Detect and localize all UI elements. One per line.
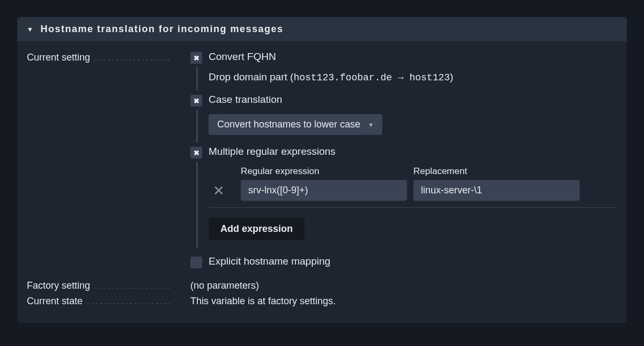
footer-rows: Factory setting .................. (no p… <box>27 280 617 307</box>
panel-header[interactable]: ▼ Hostname translation for incoming mess… <box>17 17 627 41</box>
case-checkbox[interactable]: ✖ <box>190 95 202 107</box>
explicit-mapping-checkbox[interactable] <box>190 257 202 268</box>
fqhn-label: Convert FQHN <box>209 51 276 63</box>
replacement-input[interactable] <box>413 180 580 201</box>
current-setting-label: Current setting .................. <box>27 51 190 63</box>
regex-option: ✖ Multiple regular expressions <box>190 146 617 159</box>
current-state-row: Current state .................... This … <box>27 296 617 307</box>
factory-setting-value: (no parameters) <box>190 280 617 291</box>
collapse-icon: ▼ <box>27 26 34 33</box>
case-option: ✖ Case translation <box>190 94 617 107</box>
regex-label: Multiple regular expressions <box>209 146 336 157</box>
fqhn-option: ✖ Convert FQHN <box>190 51 617 64</box>
case-details: Convert hostnames to lower case ▼ <box>196 110 617 142</box>
panel-body: Current setting .................. ✖ Con… <box>17 41 627 323</box>
replacement-field: Replacement <box>413 166 580 201</box>
delete-expression-icon[interactable]: ✕ <box>209 184 234 201</box>
factory-setting-row: Factory setting .................. (no p… <box>27 280 617 291</box>
current-setting-row: Current setting .................. ✖ Con… <box>27 51 617 272</box>
panel-title: Hostname translation for incoming messag… <box>40 24 283 35</box>
regex-details: ✕ Regular expression Replacement Add exp… <box>196 162 617 248</box>
replacement-field-label: Replacement <box>413 166 580 177</box>
current-state-label: Current state .................... <box>27 296 190 307</box>
fqhn-details: Drop domain part (host123.foobar.de → ho… <box>196 67 617 91</box>
current-setting-value: ✖ Convert FQHN Drop domain part (host123… <box>190 51 617 272</box>
chevron-down-icon: ▼ <box>368 122 374 128</box>
case-dropdown[interactable]: Convert hostnames to lower case ▼ <box>209 114 382 135</box>
fqhn-checkbox[interactable]: ✖ <box>190 52 202 64</box>
regex-input[interactable] <box>241 180 407 201</box>
regex-field-label: Regular expression <box>241 166 407 177</box>
current-state-value: This variable is at factory settings. <box>190 296 617 307</box>
settings-panel: ▼ Hostname translation for incoming mess… <box>17 17 627 323</box>
add-expression-button[interactable]: Add expression <box>209 217 305 240</box>
explicit-mapping-option: Explicit hostname mapping <box>190 255 617 268</box>
regex-field: Regular expression <box>241 166 407 201</box>
expression-row: ✕ Regular expression Replacement <box>209 166 617 208</box>
regex-checkbox[interactable]: ✖ <box>190 147 202 159</box>
case-label: Case translation <box>209 94 282 106</box>
explicit-mapping-label: Explicit hostname mapping <box>209 255 330 267</box>
factory-setting-label: Factory setting .................. <box>27 280 190 291</box>
